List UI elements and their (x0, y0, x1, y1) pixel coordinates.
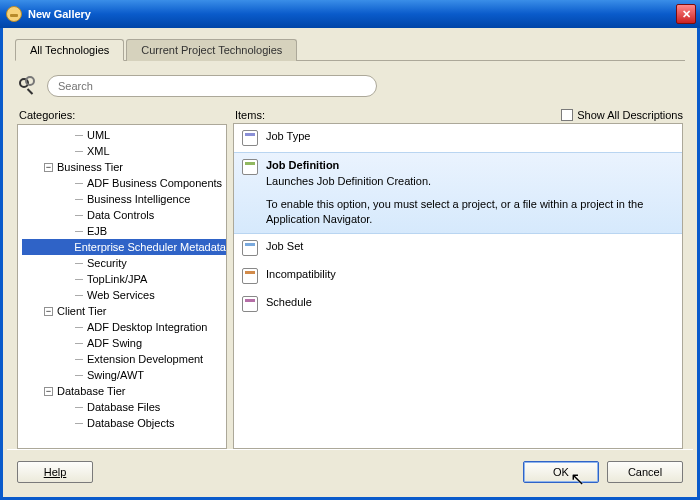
category-node[interactable]: Database Objects (22, 415, 226, 431)
category-label: Data Controls (87, 209, 154, 221)
item-row[interactable]: Schedule (234, 290, 682, 318)
item-icon (242, 130, 258, 146)
item-title: Job Definition (266, 159, 674, 171)
item-description: Launches Job Definition Creation. (266, 175, 674, 187)
category-label: ADF Business Components (87, 177, 222, 189)
category-label: ADF Swing (87, 337, 142, 349)
category-label: Security (87, 257, 127, 269)
show-all-descriptions-label: Show All Descriptions (577, 109, 683, 121)
item-row[interactable]: Job Set (234, 234, 682, 262)
category-node[interactable]: −Client Tier (22, 303, 226, 319)
item-title: Incompatibility (266, 268, 336, 280)
search-row (17, 75, 683, 97)
category-node[interactable]: ADF Desktop Integration (22, 319, 226, 335)
category-node[interactable]: ADF Business Components (22, 175, 226, 191)
category-label: Business Intelligence (87, 193, 190, 205)
items-label: Items: (233, 107, 561, 123)
item-row[interactable]: Incompatibility (234, 262, 682, 290)
category-node[interactable]: UML (22, 127, 226, 143)
app-icon (6, 6, 22, 22)
category-label: Business Tier (57, 161, 123, 173)
item-title: Schedule (266, 296, 312, 308)
category-node[interactable]: Extension Development (22, 351, 226, 367)
category-node[interactable]: TopLink/JPA (22, 271, 226, 287)
tab-strip: All Technologies Current Project Technol… (15, 38, 693, 60)
item-icon (242, 159, 258, 175)
category-node[interactable]: XML (22, 143, 226, 159)
category-label: Database Files (87, 401, 160, 413)
tab-label: All Technologies (30, 44, 109, 56)
expand-toggle-icon[interactable]: − (44, 163, 53, 172)
show-all-descriptions-checkbox[interactable] (561, 109, 573, 121)
search-input[interactable] (47, 75, 377, 97)
items-list[interactable]: Job TypeJob DefinitionLaunches Job Defin… (233, 123, 683, 449)
category-label: Enterprise Scheduler Metadata (74, 241, 226, 253)
title-bar: New Gallery ✕ (0, 0, 700, 28)
dialog-body: All Technologies Current Project Technol… (0, 28, 700, 500)
window-title: New Gallery (28, 8, 676, 20)
close-button[interactable]: ✕ (676, 4, 696, 24)
expand-toggle-icon[interactable]: − (44, 387, 53, 396)
categories-pane: Categories: UMLXML−Business TierADF Busi… (17, 107, 227, 449)
item-row[interactable]: Job DefinitionLaunches Job Definition Cr… (234, 152, 682, 234)
category-label: UML (87, 129, 110, 141)
category-label: TopLink/JPA (87, 273, 147, 285)
category-node[interactable]: Data Controls (22, 207, 226, 223)
close-icon: ✕ (682, 8, 691, 21)
category-node[interactable]: Database Files (22, 399, 226, 415)
item-title: Job Type (266, 130, 310, 142)
dialog-footer: Help OK ↖ Cancel (7, 449, 693, 493)
item-icon (242, 296, 258, 312)
category-label: Database Tier (57, 385, 125, 397)
category-label: XML (87, 145, 110, 157)
category-node[interactable]: EJB (22, 223, 226, 239)
category-node[interactable]: −Database Tier (22, 383, 226, 399)
category-label: Client Tier (57, 305, 107, 317)
category-node[interactable]: Swing/AWT (22, 367, 226, 383)
tab-label: Current Project Technologies (141, 44, 282, 56)
category-label: EJB (87, 225, 107, 237)
categories-tree[interactable]: UMLXML−Business TierADF Business Compone… (18, 125, 226, 448)
item-row[interactable]: Job Type (234, 124, 682, 152)
category-label: Extension Development (87, 353, 203, 365)
item-icon (242, 240, 258, 256)
expand-toggle-icon[interactable]: − (44, 307, 53, 316)
category-label: Swing/AWT (87, 369, 144, 381)
categories-label: Categories: (17, 107, 227, 124)
ok-button[interactable]: OK ↖ (523, 461, 599, 483)
category-node[interactable]: ADF Swing (22, 335, 226, 351)
cancel-button[interactable]: Cancel (607, 461, 683, 483)
tab-current-project-technologies[interactable]: Current Project Technologies (126, 39, 297, 61)
cursor-icon: ↖ (570, 468, 585, 490)
category-node[interactable]: Security (22, 255, 226, 271)
category-node[interactable]: Web Services (22, 287, 226, 303)
category-node[interactable]: Business Intelligence (22, 191, 226, 207)
items-pane: Items: Show All Descriptions Job TypeJob… (233, 107, 683, 449)
item-title: Job Set (266, 240, 303, 252)
category-label: Web Services (87, 289, 155, 301)
help-button[interactable]: Help (17, 461, 93, 483)
item-icon (242, 268, 258, 284)
item-hint: To enable this option, you must select a… (266, 197, 674, 227)
tab-all-technologies[interactable]: All Technologies (15, 39, 124, 61)
category-node[interactable]: −Business Tier (22, 159, 226, 175)
category-label: Database Objects (87, 417, 174, 429)
category-label: ADF Desktop Integration (87, 321, 207, 333)
category-node[interactable]: Enterprise Scheduler Metadata (22, 239, 226, 255)
binoculars-icon (17, 76, 41, 96)
